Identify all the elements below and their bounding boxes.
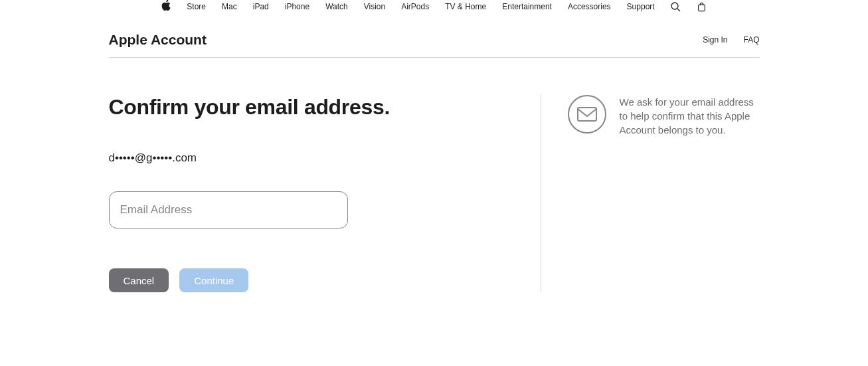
apple-logo-icon[interactable] [161, 0, 171, 14]
nav-airpods[interactable]: AirPods [401, 2, 429, 11]
nav-accessories[interactable]: Accessories [568, 2, 611, 11]
email-input-wrapper [109, 191, 541, 229]
right-column: We ask for your email address to help co… [541, 95, 759, 292]
nav-store[interactable]: Store [187, 2, 206, 11]
nav-mac[interactable]: Mac [222, 2, 237, 11]
subheader: Apple Account Sign In FAQ [109, 23, 760, 58]
cancel-button[interactable]: Cancel [109, 268, 169, 292]
subheader-links: Sign In FAQ [703, 35, 759, 45]
help-text: We ask for your email address to help co… [620, 95, 759, 137]
global-nav: Store Mac iPad iPhone Watch Vision AirPo… [0, 0, 868, 13]
nav-tv-home[interactable]: TV & Home [445, 2, 486, 11]
faq-link[interactable]: FAQ [743, 35, 759, 45]
svg-rect-3 [578, 108, 596, 121]
left-column: Confirm your email address. d•••••@g••••… [109, 95, 541, 292]
page-heading: Confirm your email address. [109, 95, 541, 120]
sign-in-link[interactable]: Sign In [703, 35, 727, 45]
nav-watch[interactable]: Watch [325, 2, 348, 11]
svg-rect-2 [698, 4, 705, 11]
nav-entertainment[interactable]: Entertainment [502, 2, 552, 11]
mail-icon [568, 95, 606, 134]
subheader-title: Apple Account [109, 32, 207, 48]
svg-line-1 [677, 9, 680, 11]
masked-email: d•••••@g•••••.com [109, 151, 541, 165]
email-field[interactable] [109, 191, 348, 229]
bag-icon[interactable] [697, 2, 707, 12]
nav-iphone[interactable]: iPhone [285, 2, 309, 11]
svg-point-0 [671, 3, 678, 9]
button-row: Cancel Continue [109, 268, 541, 292]
continue-button[interactable]: Continue [179, 268, 248, 292]
nav-support[interactable]: Support [627, 2, 655, 11]
nav-vision[interactable]: Vision [364, 2, 385, 11]
search-icon[interactable] [671, 2, 681, 12]
main-content: Confirm your email address. d•••••@g••••… [109, 95, 760, 292]
nav-ipad[interactable]: iPad [253, 2, 269, 11]
